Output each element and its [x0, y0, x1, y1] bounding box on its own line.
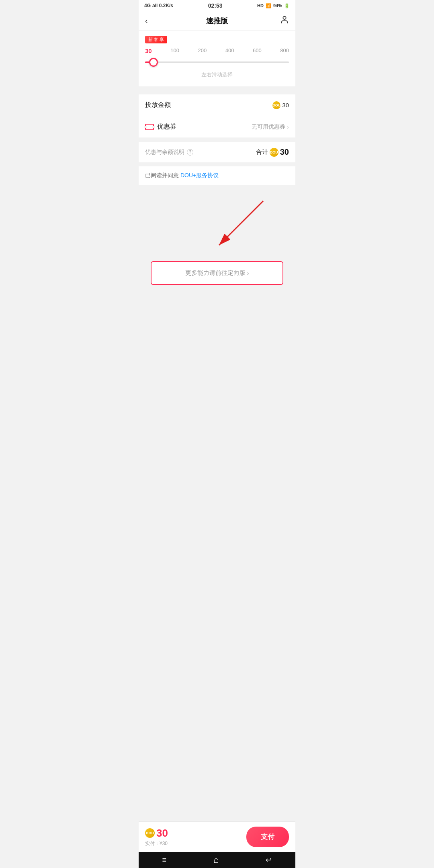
- slider-val-600: 600: [253, 47, 262, 54]
- coupon-label-text: 优惠券: [157, 123, 176, 131]
- more-btn-label: 更多能力请前往定向版: [185, 269, 246, 277]
- coupon-icon: [145, 124, 154, 130]
- summary-right: 合计 DOU 30: [256, 147, 289, 157]
- slider-val-100: 100: [170, 47, 179, 54]
- slider-thumb[interactable]: [149, 58, 158, 67]
- back-button[interactable]: ‹: [145, 16, 148, 25]
- promo-badge: 新 客 享: [145, 36, 167, 43]
- more-btn-chevron-icon: ›: [247, 270, 249, 276]
- invest-amount-row: 投放金额 DOU 30: [139, 94, 295, 116]
- slider-hint: 左右滑动选择: [145, 71, 289, 78]
- page-title: 速推版: [206, 16, 228, 26]
- coin-icon-amount: DOU: [272, 101, 280, 109]
- summary-total-value: 30: [280, 147, 289, 157]
- wifi-icon: 📶: [266, 3, 271, 8]
- summary-total-label: 合计: [256, 148, 268, 156]
- network-label: 4G: [144, 3, 151, 8]
- slider-labels: 30 100 200 400 600 800: [145, 47, 289, 54]
- status-right: HD 📶 94% 🔋: [257, 3, 290, 8]
- summary-section: 优惠与余额说明 ? 合计 DOU 30: [139, 142, 295, 162]
- user-icon[interactable]: [280, 15, 289, 26]
- slider-track-wrap[interactable]: [145, 57, 289, 67]
- coin-icon-summary: DOU: [270, 148, 278, 157]
- slider-val-800: 800: [280, 47, 289, 54]
- signal-label: all 0.2K/s: [152, 3, 173, 8]
- agreement-link[interactable]: DOU+服务协议: [180, 172, 219, 178]
- help-icon[interactable]: ?: [187, 149, 193, 156]
- time-label: 02:53: [208, 2, 223, 9]
- battery-icon: 🔋: [284, 3, 290, 8]
- slider-section: 新 客 享 30 100 200 400 600 800 左右滑动选择: [139, 31, 295, 86]
- svg-line-2: [219, 201, 263, 245]
- summary-label: 优惠与余额说明: [145, 149, 184, 156]
- battery-label: 94%: [273, 3, 282, 8]
- coupon-chevron-icon: ›: [287, 124, 289, 130]
- nav-bar: ‹ 速推版: [139, 11, 295, 31]
- more-capability-button[interactable]: 更多能力请前往定向版 ›: [151, 261, 283, 285]
- slider-val-200: 200: [198, 47, 207, 54]
- summary-left: 优惠与余额说明 ?: [145, 149, 193, 156]
- red-arrow-svg: [139, 197, 295, 261]
- divider-1: [139, 90, 295, 94]
- svg-point-0: [283, 16, 286, 19]
- divider-2: [139, 138, 295, 142]
- coupon-row[interactable]: 优惠券 无可用优惠券 ›: [139, 116, 295, 138]
- coupon-label: 优惠券: [145, 123, 176, 131]
- hd-label: HD: [257, 3, 264, 8]
- invest-amount-value: DOU 30: [272, 101, 289, 109]
- slider-val-400: 400: [225, 47, 234, 54]
- slider-track: [145, 61, 289, 63]
- divider-3: [139, 162, 295, 166]
- more-btn-wrap: 更多能力请前往定向版 ›: [139, 261, 295, 293]
- status-bar: 4G all 0.2K/s 02:53 HD 📶 94% 🔋: [139, 0, 295, 11]
- empty-space-1: [139, 185, 295, 197]
- invest-amount-num: 30: [282, 102, 289, 108]
- slider-val-30: 30: [145, 47, 152, 54]
- red-arrow-container: [139, 197, 295, 261]
- agreement-section: 已阅读并同意 DOU+服务协议: [139, 166, 295, 185]
- coupon-value: 无可用优惠券 ›: [252, 123, 289, 131]
- bottom-space: [139, 293, 295, 317]
- status-left: 4G all 0.2K/s: [144, 3, 173, 8]
- coupon-value-text: 无可用优惠券: [252, 123, 285, 131]
- agreement-prefix: 已阅读并同意: [145, 172, 180, 178]
- invest-amount-label: 投放金额: [145, 101, 171, 109]
